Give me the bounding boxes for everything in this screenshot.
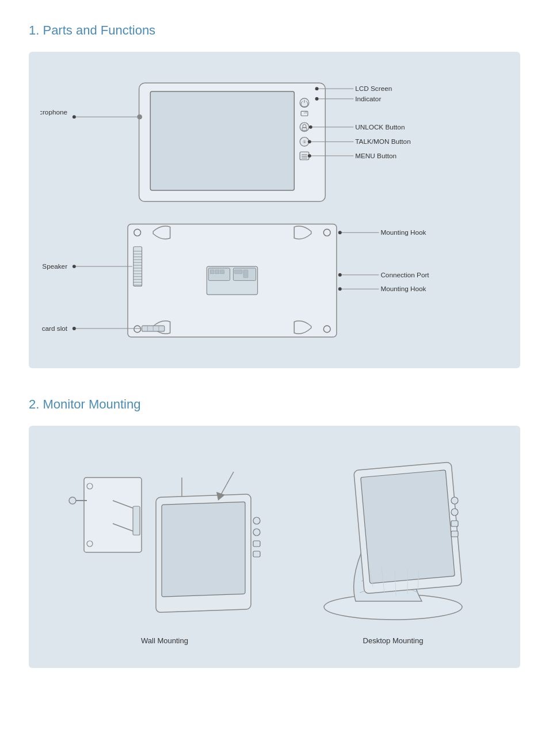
svg-point-86	[253, 529, 260, 536]
svg-rect-51	[215, 270, 219, 274]
svg-rect-96	[451, 521, 458, 526]
label-lcd: LCD Screen	[355, 85, 392, 92]
svg-point-15	[138, 114, 142, 119]
label-connection-port: Connection Port	[380, 271, 429, 278]
svg-point-19	[315, 87, 319, 90]
label-talk: TALK/MON Button	[355, 138, 410, 145]
parts-diagram-svg: ① Microphone LCD Screen Ind	[40, 69, 509, 351]
svg-rect-78	[133, 506, 140, 535]
svg-point-21	[315, 97, 319, 101]
parts-svg-container: ① Microphone LCD Screen Ind	[40, 69, 509, 351]
mounting-diagram-box: Wall Mounting	[29, 426, 520, 668]
svg-point-23	[309, 125, 312, 129]
svg-rect-93	[361, 470, 455, 583]
svg-point-66	[338, 231, 342, 234]
label-speaker: Speaker	[42, 262, 67, 270]
section2-title: 2. Monitor Mounting	[29, 397, 520, 412]
svg-rect-88	[253, 551, 260, 557]
label-mounting-hook-bottom: Mounting Hook	[380, 285, 426, 292]
svg-point-85	[253, 517, 260, 524]
label-microphone: Microphone	[40, 108, 68, 116]
svg-point-95	[451, 509, 458, 516]
label-unlock: UNLOCK Button	[355, 123, 405, 131]
svg-point-68	[338, 273, 342, 277]
wall-mounting-label: Wall Mounting	[141, 636, 188, 645]
section1-title: 1. Parts and Functions	[29, 23, 520, 38]
label-menu: MENU Button	[355, 152, 396, 159]
svg-rect-33	[134, 247, 142, 287]
wall-mounting-item: Wall Mounting	[67, 455, 262, 645]
svg-point-27	[308, 154, 311, 158]
svg-point-17	[73, 115, 76, 119]
svg-point-94	[451, 497, 458, 504]
parts-diagram-box: ① Microphone LCD Screen Ind	[29, 52, 520, 368]
desktop-mounting-label: Desktop Mounting	[363, 636, 424, 645]
wall-mounting-svg	[67, 455, 262, 627]
mounting-diagram: Wall Mounting	[40, 443, 509, 651]
svg-rect-53	[234, 270, 242, 274]
svg-rect-11	[300, 152, 309, 160]
svg-rect-50	[210, 270, 214, 274]
svg-rect-52	[220, 270, 224, 274]
svg-point-64	[73, 265, 76, 268]
svg-point-80	[69, 497, 76, 504]
svg-rect-54	[243, 270, 248, 278]
desktop-mounting-svg	[304, 455, 482, 627]
svg-text:①: ①	[303, 140, 306, 144]
svg-rect-1	[150, 91, 294, 190]
svg-point-25	[308, 140, 311, 143]
label-indicator: Indicator	[355, 95, 381, 102]
label-mounting-hook-top: Mounting Hook	[380, 228, 426, 236]
svg-rect-97	[451, 531, 458, 537]
section-monitor-mounting: 2. Monitor Mounting	[29, 397, 520, 668]
desktop-mounting-item: Desktop Mounting	[304, 455, 482, 645]
svg-rect-84	[162, 502, 245, 597]
section-parts-functions: 1. Parts and Functions	[29, 23, 520, 368]
svg-rect-87	[253, 541, 260, 547]
svg-point-70	[338, 287, 342, 291]
svg-point-72	[73, 327, 76, 330]
label-sd-card: SD card slot	[40, 324, 68, 332]
